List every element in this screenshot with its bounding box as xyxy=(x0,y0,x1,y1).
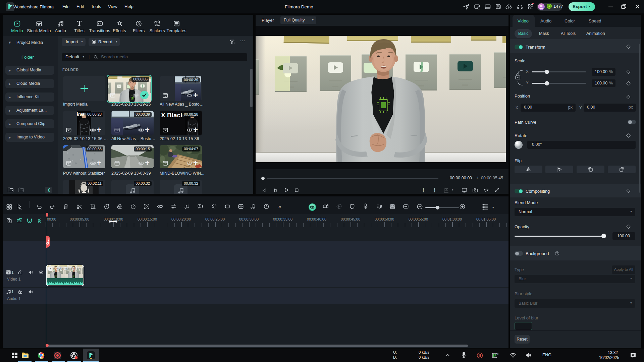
svg-text:GT: GT xyxy=(497,353,498,355)
